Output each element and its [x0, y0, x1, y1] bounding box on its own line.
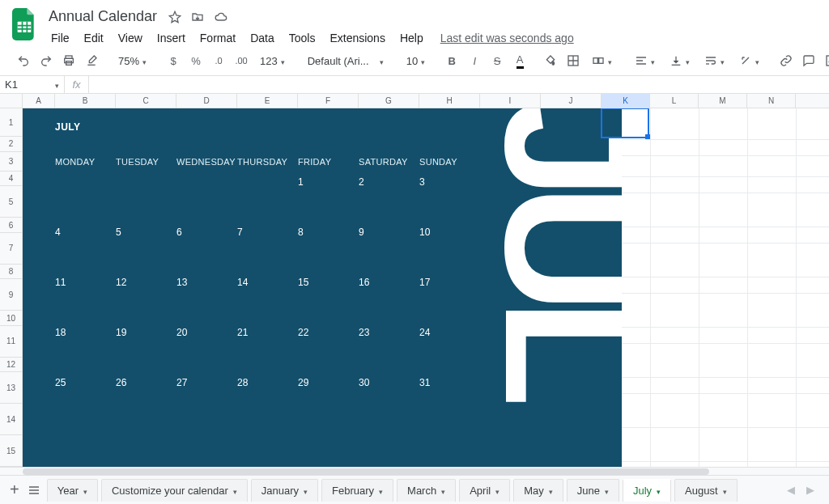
sheet-tab-august[interactable]: August — [674, 479, 737, 502]
merge-cells-dropdown[interactable] — [587, 51, 617, 70]
sheet-tab-march[interactable]: March — [397, 479, 456, 502]
column-header-D[interactable]: D — [176, 94, 237, 108]
row-header-14[interactable]: 14 — [0, 404, 22, 435]
column-header-A[interactable]: A — [23, 94, 55, 108]
redo-button[interactable] — [37, 51, 55, 70]
svg-rect-6 — [599, 58, 603, 64]
tab-scroll-right-button[interactable]: ▶ — [806, 484, 814, 496]
sheet-tab-july[interactable]: July — [623, 479, 671, 502]
more-formats-dropdown[interactable]: 123 — [255, 51, 290, 70]
sheet-tab-may[interactable]: May — [513, 479, 563, 502]
menu-bar: FileEditViewInsertFormatDataToolsExtensi… — [45, 28, 819, 48]
sheet-tab-february[interactable]: February — [321, 479, 393, 502]
text-color-button[interactable]: A — [511, 51, 529, 70]
paint-format-button[interactable] — [83, 51, 100, 70]
menu-edit[interactable]: Edit — [79, 28, 109, 48]
horizontal-scrollbar[interactable] — [0, 467, 829, 475]
format-currency-button[interactable]: $ — [164, 51, 182, 70]
row-header-2[interactable]: 2 — [0, 137, 22, 152]
sheet-tab-january[interactable]: January — [251, 479, 318, 502]
row-header-4[interactable]: 4 — [0, 172, 22, 187]
row-header-7[interactable]: 7 — [0, 233, 22, 265]
italic-button[interactable]: I — [466, 51, 483, 70]
row-header-6[interactable]: 6 — [0, 218, 22, 233]
menu-help[interactable]: Help — [394, 28, 429, 48]
font-family-dropdown[interactable]: Default (Ari... — [303, 51, 389, 70]
text-wrap-dropdown[interactable] — [699, 51, 729, 70]
all-sheets-button[interactable] — [28, 484, 40, 497]
font-size-dropdown[interactable]: 10 — [402, 51, 430, 70]
last-edit-link[interactable]: Last edit was seconds ago — [440, 32, 574, 44]
row-header-5[interactable]: 5 — [0, 186, 22, 218]
name-box[interactable]: K1 — [0, 76, 65, 93]
insert-chart-button[interactable] — [823, 51, 829, 70]
column-header-F[interactable]: F — [298, 94, 359, 108]
sheet-tab-june[interactable]: June — [567, 479, 619, 502]
sheets-app-icon[interactable] — [10, 6, 39, 42]
add-sheet-button[interactable]: + — [10, 481, 19, 499]
column-header-G[interactable]: G — [359, 94, 419, 108]
menu-data[interactable]: Data — [244, 28, 280, 48]
menu-file[interactable]: File — [45, 28, 75, 48]
column-header-C[interactable]: C — [116, 94, 176, 108]
sheet-tab-bar: + YearCustomize your calendarJanuaryFebr… — [0, 475, 829, 504]
select-all-corner[interactable] — [0, 94, 23, 108]
format-percent-button[interactable]: % — [187, 51, 205, 70]
fx-icon: fx — [65, 76, 89, 93]
insert-comment-button[interactable] — [800, 51, 818, 70]
star-icon[interactable] — [168, 11, 181, 23]
document-title[interactable]: Annual Calendar — [45, 6, 160, 27]
zoom-dropdown[interactable]: 75% — [113, 51, 151, 70]
insert-link-button[interactable] — [777, 51, 795, 70]
menu-format[interactable]: Format — [194, 28, 241, 48]
row-header-9[interactable]: 9 — [0, 279, 22, 311]
column-header-J[interactable]: J — [541, 94, 602, 108]
menu-insert[interactable]: Insert — [151, 28, 191, 48]
increase-decimal-button[interactable]: .00 — [232, 51, 250, 70]
row-header-15[interactable]: 15 — [0, 435, 22, 467]
undo-button[interactable] — [15, 51, 32, 70]
text-rotation-dropdown[interactable] — [734, 51, 764, 70]
move-icon[interactable] — [191, 11, 204, 23]
vertical-align-dropdown[interactable] — [665, 51, 695, 70]
decrease-decimal-button[interactable]: .0 — [210, 51, 227, 70]
column-header-N[interactable]: N — [747, 94, 796, 108]
sheet-tab-customize-your-calendar[interactable]: Customize your calendar — [101, 479, 248, 502]
cloud-status-icon[interactable] — [214, 11, 228, 23]
svg-rect-5 — [593, 58, 597, 64]
print-button[interactable] — [60, 51, 78, 70]
menu-view[interactable]: View — [113, 28, 148, 48]
column-header-K[interactable]: K — [602, 94, 650, 108]
sheet-tab-april[interactable]: April — [459, 479, 510, 502]
column-header-I[interactable]: I — [480, 94, 541, 108]
column-header-L[interactable]: L — [650, 94, 699, 108]
menu-tools[interactable]: Tools — [283, 28, 321, 48]
row-header-3[interactable]: 3 — [0, 152, 22, 172]
row-header-11[interactable]: 11 — [0, 326, 22, 358]
fill-color-button[interactable] — [542, 51, 559, 70]
column-header-H[interactable]: H — [419, 94, 480, 108]
selected-cell-outline — [601, 108, 649, 138]
row-header-10[interactable]: 10 — [0, 311, 22, 326]
row-header-1[interactable]: 1 — [0, 108, 22, 137]
column-header-E[interactable]: E — [237, 94, 298, 108]
tab-scroll-left-button[interactable]: ◀ — [787, 484, 795, 496]
row-header-12[interactable]: 12 — [0, 358, 22, 373]
column-header-M[interactable]: M — [699, 94, 747, 108]
bold-button[interactable]: B — [443, 51, 461, 70]
row-header-8[interactable]: 8 — [0, 265, 22, 280]
column-header-B[interactable]: B — [55, 94, 116, 108]
menu-extensions[interactable]: Extensions — [324, 28, 390, 48]
svg-rect-0 — [18, 22, 32, 32]
strikethrough-button[interactable]: S — [488, 51, 506, 70]
row-header-13[interactable]: 13 — [0, 372, 22, 404]
borders-button[interactable] — [564, 51, 582, 70]
sheet-tab-year[interactable]: Year — [47, 479, 98, 502]
horizontal-align-dropdown[interactable] — [630, 51, 660, 70]
toolbar: 75% $ % .0 .00 123 Default (Ari... 10 B … — [0, 48, 829, 76]
